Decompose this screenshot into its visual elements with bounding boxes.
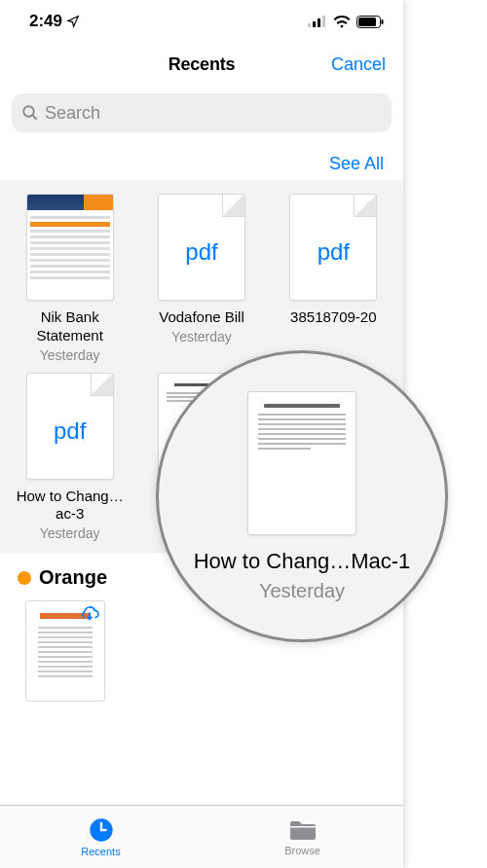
tab-browse[interactable]: Browse xyxy=(202,806,403,868)
file-name: Vodafone Bill xyxy=(159,308,244,327)
file-item[interactable]: pdf 38518709-20 xyxy=(268,194,399,363)
see-all-link[interactable]: See All xyxy=(0,136,403,180)
search-field[interactable] xyxy=(12,93,392,132)
location-icon xyxy=(66,15,80,28)
pdf-icon: pdf xyxy=(318,238,350,266)
wifi-icon xyxy=(333,16,351,28)
cloud-download-icon xyxy=(79,605,100,623)
magnified-file-date: Yesterday xyxy=(259,580,345,602)
file-name: Nik Bank Statement xyxy=(12,308,129,345)
svg-point-7 xyxy=(23,106,34,117)
svg-line-8 xyxy=(33,116,37,120)
file-thumbnail: pdf xyxy=(158,194,245,301)
nav-bar: Recents Cancel xyxy=(0,43,403,86)
file-date: Yesterday xyxy=(40,525,100,541)
pdf-icon: pdf xyxy=(185,238,217,266)
file-thumbnail: pdf xyxy=(289,194,377,301)
cellular-icon xyxy=(308,16,327,27)
battery-icon xyxy=(356,16,384,28)
svg-rect-6 xyxy=(382,19,384,24)
magnified-file-name: How to Chang…Mac-1 xyxy=(194,549,411,574)
status-left: 2:49 xyxy=(29,12,80,31)
file-thumbnail: pdf xyxy=(26,373,114,480)
file-item[interactable]: pdf How to Chang…ac-3 Yesterday xyxy=(4,373,135,542)
tab-label: Browse xyxy=(284,845,320,856)
folder-icon xyxy=(288,817,318,843)
file-name: How to Chang…ac-3 xyxy=(12,488,129,524)
status-time: 2:49 xyxy=(29,12,62,31)
orange-label: Orange xyxy=(39,566,107,589)
cancel-button[interactable]: Cancel xyxy=(331,54,386,75)
magnifier-overlay: How to Chang…Mac-1 Yesterday xyxy=(156,350,448,642)
status-bar: 2:49 xyxy=(0,0,403,43)
file-item[interactable]: pdf Vodafone Bill Yesterday xyxy=(135,194,267,363)
tab-label: Recents xyxy=(81,846,120,857)
search-wrap xyxy=(0,86,403,136)
file-date: Yesterday xyxy=(40,347,100,363)
status-right xyxy=(308,16,384,28)
file-item[interactable]: Nik Bank Statement Yesterday xyxy=(4,194,135,363)
tab-recents[interactable]: Recents xyxy=(0,806,202,868)
file-name: 38518709-20 xyxy=(290,308,376,327)
svg-rect-2 xyxy=(318,18,320,27)
svg-rect-1 xyxy=(313,21,316,27)
pdf-icon: pdf xyxy=(54,417,86,445)
orange-tag-icon xyxy=(18,571,31,585)
svg-rect-5 xyxy=(358,18,376,26)
svg-rect-3 xyxy=(322,16,325,27)
tab-bar: Recents Browse xyxy=(0,805,403,868)
search-icon xyxy=(21,104,39,122)
search-input[interactable] xyxy=(45,103,382,124)
svg-rect-10 xyxy=(290,826,316,828)
clock-icon xyxy=(88,816,115,844)
svg-rect-0 xyxy=(308,23,311,27)
file-item[interactable] xyxy=(25,600,105,702)
nav-title: Recents xyxy=(169,54,236,75)
magnified-file-thumbnail xyxy=(247,391,356,535)
file-date: Yesterday xyxy=(171,329,232,344)
file-thumbnail xyxy=(26,194,114,301)
